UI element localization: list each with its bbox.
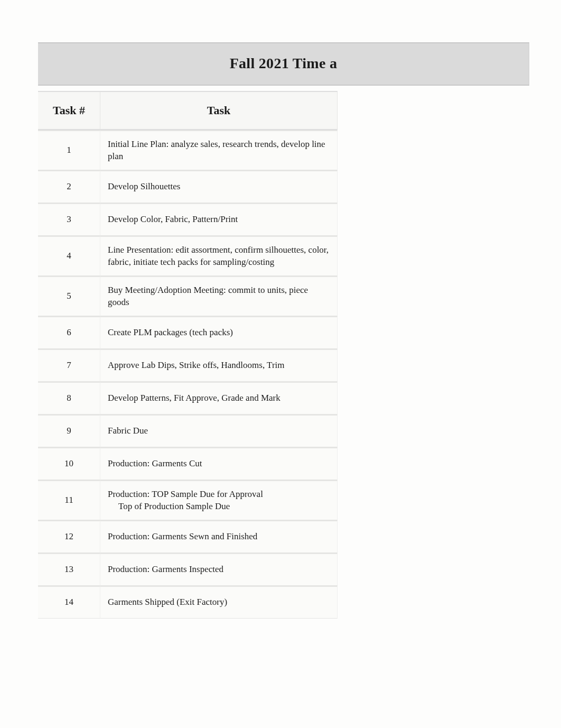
task-description-cell: Production: Garments Inspected — [100, 553, 338, 586]
table-row: 6Create PLM packages (tech packs) — [38, 316, 529, 349]
task-description-cell: Garments Shipped (Exit Factory) — [100, 586, 338, 619]
task-number-cell: 1 — [38, 130, 100, 170]
task-description-cell: Develop Silhouettes — [100, 170, 338, 203]
document-page: Fall 2021 Time a Task # Task 1Initial Li… — [0, 0, 561, 650]
task-number-cell: 8 — [38, 382, 100, 414]
table-row: 12Production: Garments Sewn and Finished — [38, 520, 529, 553]
task-description-cell: Create PLM packages (tech packs) — [100, 316, 338, 349]
task-subtext: Top of Production Sample Due — [108, 501, 263, 513]
task-description-cell: Develop Patterns, Fit Approve, Grade and… — [100, 382, 338, 414]
task-description-cell: Production: Garments Cut — [100, 447, 338, 480]
page-title: Fall 2021 Time a — [38, 55, 529, 72]
task-number-cell: 10 — [38, 447, 100, 480]
column-header-task: Task — [100, 91, 338, 130]
task-description-cell: Production: TOP Sample Due for ApprovalT… — [100, 480, 338, 520]
table-body: 1Initial Line Plan: analyze sales, resea… — [38, 130, 529, 619]
task-number-cell: 5 — [38, 276, 100, 316]
table-row: 11Production: TOP Sample Due for Approva… — [38, 480, 529, 520]
task-number-cell: 6 — [38, 316, 100, 349]
task-number-cell: 9 — [38, 414, 100, 447]
task-number-cell: 14 — [38, 586, 100, 619]
task-description-cell: Production: Garments Sewn and Finished — [100, 520, 338, 553]
column-header-task-number: Task # — [38, 91, 100, 130]
table-row: 8Develop Patterns, Fit Approve, Grade an… — [38, 382, 529, 414]
task-text: Production: TOP Sample Due for Approval — [108, 489, 263, 499]
table-row: 1Initial Line Plan: analyze sales, resea… — [38, 130, 529, 170]
table-row: 13Production: Garments Inspected — [38, 553, 529, 586]
task-number-cell: 12 — [38, 520, 100, 553]
task-number-cell: 3 — [38, 203, 100, 236]
task-description-cell: Line Presentation: edit assortment, conf… — [100, 236, 338, 276]
table-row: 3Develop Color, Fabric, Pattern/Print — [38, 203, 529, 236]
title-bar: Fall 2021 Time a — [38, 42, 529, 86]
task-number-cell: 7 — [38, 349, 100, 382]
table-row: 4Line Presentation: edit assortment, con… — [38, 236, 529, 276]
table-row: 5Buy Meeting/Adoption Meeting: commit to… — [38, 276, 529, 316]
task-number-cell: 2 — [38, 170, 100, 203]
task-description-cell: Approve Lab Dips, Strike offs, Handlooms… — [100, 349, 338, 382]
table-row: 2Develop Silhouettes — [38, 170, 529, 203]
task-description-cell: Initial Line Plan: analyze sales, resear… — [100, 130, 338, 170]
task-number-cell: 13 — [38, 553, 100, 586]
table-row: 7Approve Lab Dips, Strike offs, Handloom… — [38, 349, 529, 382]
task-description-cell: Develop Color, Fabric, Pattern/Print — [100, 203, 338, 236]
task-number-cell: 4 — [38, 236, 100, 276]
task-description-cell: Fabric Due — [100, 414, 338, 447]
task-description-cell: Buy Meeting/Adoption Meeting: commit to … — [100, 276, 338, 316]
table-header-row: Task # Task — [38, 91, 529, 130]
table-row: 9Fabric Due — [38, 414, 529, 447]
task-number-cell: 11 — [38, 480, 100, 520]
table-row: 10Production: Garments Cut — [38, 447, 529, 480]
table-row: 14Garments Shipped (Exit Factory) — [38, 586, 529, 619]
